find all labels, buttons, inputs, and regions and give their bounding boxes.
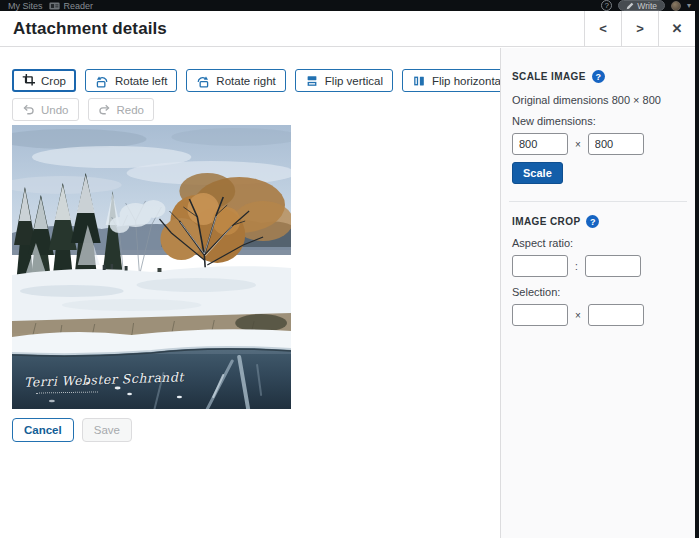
rotate-left-icon (95, 74, 109, 88)
new-dimensions-row: × (512, 133, 683, 155)
scale-image-heading: SCALE IMAGE ? (512, 70, 683, 83)
dimensions-separator: × (575, 139, 581, 150)
close-button[interactable]: ✕ (658, 11, 695, 46)
scale-image-label: SCALE IMAGE (512, 71, 586, 82)
flip-vertical-button[interactable]: Flip vertical (295, 69, 393, 92)
redo-label: Redo (117, 104, 145, 116)
attachment-details-modal: Attachment details < > ✕ Crop (0, 11, 695, 538)
undo-label: Undo (41, 104, 69, 116)
screen: My Sites Reader ? Write ▾ Attachment det… (0, 0, 699, 538)
reader-label: Reader (64, 1, 94, 11)
image-crop-label: IMAGE CROP (512, 216, 580, 227)
selection-height-input[interactable] (588, 304, 644, 326)
rotate-right-label: Rotate right (216, 75, 275, 87)
rotate-right-icon (196, 74, 210, 88)
history-toolbar: Undo Redo (12, 98, 154, 121)
editor-actions: Cancel Save (12, 418, 132, 442)
undo-icon (22, 103, 35, 116)
my-sites-menu[interactable]: My Sites (8, 1, 43, 11)
masthead: My Sites Reader ? Write ▾ (0, 0, 699, 11)
winter-river-photo (12, 125, 291, 409)
aspect-ratio-separator: : (575, 261, 578, 272)
help-icon[interactable]: ? (601, 0, 612, 11)
flip-vertical-label: Flip vertical (325, 75, 383, 87)
reader-menu[interactable]: Reader (49, 1, 94, 11)
selection-row: × (512, 304, 683, 326)
edit-toolbar: Crop Rotate left (12, 69, 514, 92)
new-dimensions-label: New dimensions: (512, 115, 683, 127)
edit-sidebar: SCALE IMAGE ? Original dimensions 800 × … (500, 48, 695, 538)
modal-nav: < > ✕ (584, 11, 695, 46)
flip-horizontal-label: Flip horizontal (432, 75, 504, 87)
aspect-ratio-x-input[interactable] (512, 255, 568, 277)
flip-horizontal-button[interactable]: Flip horizontal (402, 69, 514, 92)
aspect-ratio-label: Aspect ratio: (512, 237, 683, 249)
previous-attachment-button[interactable]: < (584, 11, 621, 46)
selection-width-input[interactable] (512, 304, 568, 326)
aspect-ratio-y-input[interactable] (585, 255, 641, 277)
crop-label: Crop (41, 75, 66, 87)
selection-separator: × (575, 310, 581, 321)
page-title: Attachment details (13, 19, 167, 39)
sidebar-divider (509, 201, 687, 202)
scale-button[interactable]: Scale (512, 162, 563, 184)
save-button[interactable]: Save (82, 418, 132, 442)
write-label: Write (637, 1, 657, 11)
image-crop-heading: IMAGE CROP ? (512, 215, 683, 228)
undo-button[interactable]: Undo (12, 98, 79, 121)
rotate-left-button[interactable]: Rotate left (85, 69, 177, 92)
crop-icon (22, 74, 35, 87)
cancel-button[interactable]: Cancel (12, 418, 74, 442)
redo-button[interactable]: Redo (88, 98, 155, 121)
reader-icon (49, 2, 60, 10)
avatar[interactable] (671, 1, 681, 11)
rotate-left-label: Rotate left (115, 75, 167, 87)
flip-vertical-icon (305, 74, 319, 88)
crop-button[interactable]: Crop (12, 69, 76, 92)
redo-icon (98, 103, 111, 116)
scale-height-input[interactable] (588, 133, 644, 155)
image-editor-panel: Crop Rotate left (0, 48, 500, 538)
aspect-ratio-row: : (512, 255, 683, 277)
image-preview[interactable]: Terri Webster Schrandt (12, 125, 291, 409)
scale-width-input[interactable] (512, 133, 568, 155)
next-attachment-button[interactable]: > (621, 11, 658, 46)
rotate-right-button[interactable]: Rotate right (186, 69, 285, 92)
chevron-down-icon[interactable]: ▾ (687, 1, 691, 10)
flip-horizontal-icon (412, 74, 426, 88)
write-button[interactable]: Write (618, 0, 665, 11)
modal-header: Attachment details < > ✕ (0, 11, 695, 47)
original-dimensions-text: Original dimensions 800 × 800 (512, 94, 683, 106)
selection-label: Selection: (512, 286, 683, 298)
crop-help-icon[interactable]: ? (586, 215, 599, 228)
scale-help-icon[interactable]: ? (592, 70, 605, 83)
pencil-icon (626, 2, 634, 10)
